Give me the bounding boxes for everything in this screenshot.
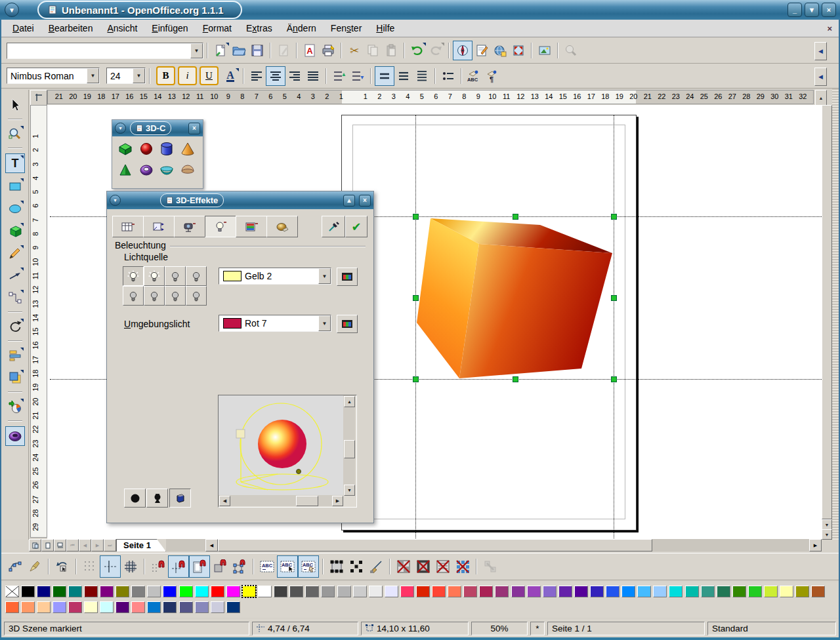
- edit-points-button[interactable]: [5, 556, 25, 577]
- color-swatch[interactable]: [84, 586, 98, 597]
- color-swatch[interactable]: [211, 601, 224, 613]
- view-mode-page-button[interactable]: [29, 539, 41, 551]
- snap-to-helplines-button[interactable]: [168, 555, 189, 578]
- color-swatch[interactable]: [685, 586, 699, 597]
- font-color-button[interactable]: A: [221, 67, 240, 85]
- paragraph-dialog-button[interactable]: ¶: [484, 67, 502, 85]
- color-swatch[interactable]: [543, 586, 556, 597]
- navigator-button[interactable]: [453, 41, 472, 60]
- exit-all-groups-button[interactable]: [480, 556, 500, 577]
- grid-visible-button[interactable]: [80, 556, 100, 577]
- assign-button[interactable]: ✔: [345, 216, 368, 237]
- decrease-paragraph-spacing-button[interactable]: [348, 67, 367, 85]
- font-size-combobox[interactable]: 24 ▼: [106, 68, 146, 84]
- window-menu-icon[interactable]: ▼: [5, 3, 19, 17]
- zoom-page-button[interactable]: [509, 41, 528, 60]
- color-swatch[interactable]: [511, 586, 525, 597]
- light-color-dropdown[interactable]: ▼: [318, 268, 331, 284]
- color-swatch[interactable]: [637, 586, 651, 597]
- cut-button[interactable]: ✂: [345, 41, 364, 60]
- select-tool-button[interactable]: [6, 96, 24, 114]
- font-name-combobox[interactable]: Nimbus Roman ▼: [7, 68, 100, 84]
- color-swatch[interactable]: [163, 586, 177, 597]
- color-swatch[interactable]: [52, 586, 66, 597]
- new-document-button[interactable]: [211, 41, 230, 60]
- next-page-button[interactable]: ▶: [91, 539, 104, 551]
- redo-button[interactable]: [427, 41, 445, 60]
- text-tool-button[interactable]: T: [5, 153, 25, 173]
- tab-geometry[interactable]: [143, 216, 175, 237]
- preview-hscroll-thumb[interactable]: [296, 496, 318, 506]
- ambient-color-combobox[interactable]: Rot 7 ▼: [219, 315, 331, 332]
- text-placeholder-button[interactable]: [433, 556, 453, 577]
- vscroll-thumb[interactable]: [822, 105, 832, 519]
- url-combobox[interactable]: ▼: [7, 43, 203, 59]
- selection-handle[interactable]: [611, 376, 617, 382]
- bold-button[interactable]: B: [156, 66, 175, 85]
- line-placeholder-button[interactable]: [453, 556, 472, 577]
- color-swatch[interactable]: [21, 586, 35, 597]
- connector-tool-button[interactable]: [6, 289, 24, 307]
- color-swatch[interactable]: [195, 601, 209, 613]
- view-mode-layer-button[interactable]: [54, 539, 66, 551]
- 3d-effects-dialog[interactable]: ▼ 3D-Effekte ▲ × ✔ Beleuchtung Lichtquel…: [106, 191, 374, 523]
- 3d-cube-button[interactable]: [116, 140, 135, 158]
- 3d-cone-button[interactable]: [178, 140, 197, 158]
- selection-handle[interactable]: [513, 214, 518, 220]
- menu-format[interactable]: Format: [196, 20, 239, 36]
- color-swatch[interactable]: [211, 586, 224, 597]
- color-swatch[interactable]: [131, 586, 145, 597]
- light-color-combobox[interactable]: Gelb 2 ▼: [219, 268, 331, 285]
- hscroll-thumb[interactable]: [218, 539, 652, 551]
- palette-menu-icon[interactable]: ▼: [115, 123, 126, 134]
- menu-datei[interactable]: Datei: [5, 20, 41, 36]
- color-swatch[interactable]: [606, 586, 620, 597]
- bullets-button[interactable]: [439, 67, 457, 85]
- color-swatch[interactable]: [179, 586, 193, 597]
- window-resize-strip[interactable]: [832, 89, 839, 540]
- increase-paragraph-spacing-button[interactable]: [330, 67, 348, 85]
- preview-sphere-button[interactable]: [124, 489, 146, 508]
- 3d-pyramid-button[interactable]: [116, 161, 135, 179]
- color-swatch[interactable]: [289, 586, 303, 597]
- preview-scroll-up-icon[interactable]: ▲: [344, 396, 355, 407]
- color-swatch[interactable]: [574, 586, 588, 597]
- hscroll-track[interactable]: [652, 539, 809, 551]
- snap-to-object-border-button[interactable]: [210, 556, 230, 577]
- vscroll-down2-icon[interactable]: ▼: [822, 529, 832, 540]
- preview-vscroll-thumb[interactable]: [344, 440, 355, 458]
- contour-placeholder-button[interactable]: [413, 556, 433, 577]
- light-source-8-button[interactable]: [186, 286, 207, 306]
- window-titlebar[interactable]: ▼ Unbenannt1 - OpenOffice.org 1.1.1 _ ▼ …: [0, 0, 840, 20]
- preview-horizontal-scrollbar[interactable]: ◀ ▶: [219, 495, 343, 506]
- color-swatch[interactable]: [258, 586, 272, 597]
- edit-file-button[interactable]: [274, 41, 293, 60]
- 3d-cylinder-button[interactable]: [158, 140, 176, 158]
- color-swatch[interactable]: [811, 586, 825, 597]
- 3d-objects-tool-button[interactable]: [6, 222, 24, 240]
- selection-handle[interactable]: [413, 295, 419, 301]
- color-swatch[interactable]: [717, 586, 730, 597]
- color-swatch[interactable]: [400, 586, 414, 597]
- color-swatch[interactable]: [669, 586, 682, 597]
- print-button[interactable]: [319, 41, 337, 60]
- hscroll-right-icon[interactable]: ▶: [809, 539, 822, 551]
- light-preview-panel[interactable]: ▲ ▼ ◀ ▶: [218, 395, 357, 508]
- color-swatch[interactable]: [701, 586, 715, 597]
- preview-scroll-down-icon[interactable]: ▼: [344, 485, 355, 496]
- color-swatch[interactable]: [84, 601, 98, 613]
- light-source-4-button[interactable]: [186, 266, 207, 286]
- color-swatch[interactable]: [37, 601, 51, 613]
- color-swatch[interactable]: [463, 586, 477, 597]
- hyperlink-button[interactable]: [491, 41, 509, 60]
- color-swatch[interactable]: [5, 601, 19, 613]
- color-swatch[interactable]: [780, 586, 793, 597]
- color-swatch[interactable]: [764, 586, 778, 597]
- tab-textures[interactable]: [236, 216, 267, 237]
- color-swatch[interactable]: [131, 601, 145, 613]
- snap-to-object-points-button[interactable]: [230, 556, 249, 577]
- stylist-button[interactable]: [472, 41, 491, 60]
- color-swatch[interactable]: [116, 586, 129, 597]
- snap-to-margins-button[interactable]: [189, 555, 210, 578]
- font-size-dropdown[interactable]: ▼: [133, 68, 145, 83]
